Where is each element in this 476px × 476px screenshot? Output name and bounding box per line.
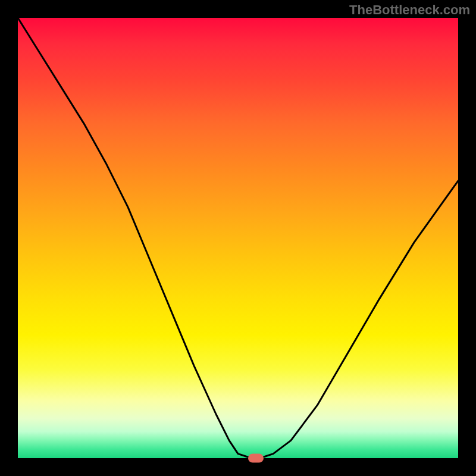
- chart-plot-area: [18, 18, 458, 458]
- watermark-text: TheBottleneck.com: [349, 2, 470, 18]
- bottleneck-curve: [18, 18, 458, 458]
- optimal-point-marker: [248, 454, 264, 463]
